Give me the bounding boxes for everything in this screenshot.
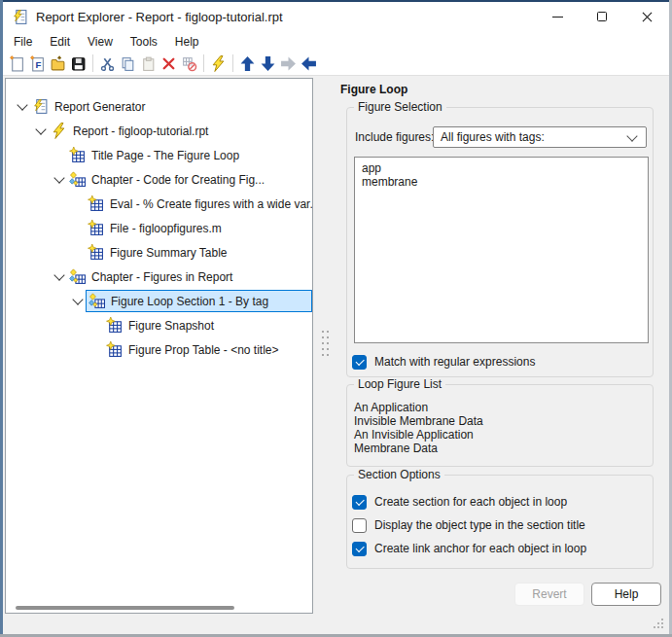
outline-tree-panel: Report GeneratorReport - figloop-tutoria… xyxy=(5,78,313,614)
delete-icon xyxy=(160,55,177,72)
menu-tools[interactable]: Tools xyxy=(122,33,166,51)
tree-chevron-spacer xyxy=(69,220,86,236)
maximize-button[interactable] xyxy=(580,2,624,31)
new-report-icon xyxy=(9,55,25,72)
arrow-left-icon xyxy=(301,55,317,72)
report-explorer-window: Report Explorer - Report - figloop-tutor… xyxy=(0,0,672,637)
bolt-icon xyxy=(51,123,67,139)
toolbar-separator xyxy=(92,54,93,72)
help-button[interactable]: Help xyxy=(591,583,661,606)
paste-button[interactable] xyxy=(138,53,159,74)
table-icon xyxy=(69,147,86,163)
expand-chevron-icon[interactable] xyxy=(69,293,86,309)
table-icon xyxy=(106,317,123,334)
run-report-button[interactable] xyxy=(208,53,229,74)
tree-chevron-spacer xyxy=(88,341,104,358)
figure-selection-legend: Figure Selection xyxy=(354,100,446,114)
window-controls xyxy=(535,2,669,31)
open-report-button[interactable] xyxy=(48,53,68,74)
toolbar-separator xyxy=(232,54,233,72)
close-button[interactable] xyxy=(624,2,669,31)
menu-file[interactable]: File xyxy=(5,33,41,51)
chapter-icon xyxy=(69,171,86,188)
minimize-button[interactable] xyxy=(535,2,580,31)
copy-button[interactable] xyxy=(118,53,138,74)
arrow-down-icon xyxy=(260,55,276,72)
expand-chevron-icon[interactable] xyxy=(14,98,30,115)
loop-figure-item: An Application xyxy=(354,401,483,414)
tree-item-content: Eval - % Create figures with a wide var.… xyxy=(86,193,313,215)
arrow-up-icon xyxy=(239,55,256,72)
resize-grip[interactable] xyxy=(654,619,665,630)
new-report-button[interactable] xyxy=(7,53,27,74)
tags-textarea[interactable]: appmembrane xyxy=(354,157,649,343)
app-icon xyxy=(12,9,28,25)
tree-item-label: Chapter - Code for Creating Fig... xyxy=(91,173,265,187)
tree-item[interactable]: Title Page - The Figure Loop xyxy=(6,143,312,167)
section-options-legend: Section Options xyxy=(354,468,444,481)
tree-item[interactable]: File - figloopfigures.m xyxy=(6,216,312,240)
delete-button[interactable] xyxy=(159,53,179,74)
loop-figure-list-group: Loop Figure List An ApplicationInvisible… xyxy=(346,384,654,467)
tree-item[interactable]: Chapter - Code for Creating Fig... xyxy=(6,167,312,192)
new-form-template-button[interactable] xyxy=(27,53,48,74)
tree-item[interactable]: Figure Snapshot xyxy=(6,313,312,337)
panel-title: Figure Loop xyxy=(340,83,407,96)
expand-chevron-icon[interactable] xyxy=(51,268,67,285)
table-icon xyxy=(88,220,104,236)
arrow-right-icon xyxy=(280,55,297,72)
menu-help[interactable]: Help xyxy=(166,33,208,51)
splitter-dots-icon xyxy=(322,331,330,357)
tree-item-label: Chapter - Figures in Report xyxy=(91,270,232,284)
section-option-checkbox[interactable] xyxy=(352,495,367,510)
move-down-button[interactable] xyxy=(258,53,278,74)
tag-line: app xyxy=(362,161,641,175)
delete-component-icon xyxy=(181,55,197,72)
tree-item[interactable]: Chapter - Figures in Report xyxy=(6,265,312,289)
section-option-checkbox[interactable] xyxy=(352,542,367,556)
expand-chevron-icon[interactable] xyxy=(32,123,49,139)
cut-button[interactable] xyxy=(97,53,118,74)
menu-view[interactable]: View xyxy=(79,33,122,51)
save-report-button[interactable] xyxy=(68,53,88,74)
close-icon xyxy=(642,12,653,22)
tag-line: membrane xyxy=(362,175,641,189)
tree-item[interactable]: Figure Loop Section 1 - By tag xyxy=(6,289,312,313)
section-option-checkbox[interactable] xyxy=(352,518,367,533)
tree: Report GeneratorReport - figloop-tutoria… xyxy=(6,79,312,362)
chevron-down-icon xyxy=(626,130,637,141)
tree-item[interactable]: Figure Summary Table xyxy=(6,240,312,265)
move-up-button[interactable] xyxy=(237,53,258,74)
delete-component-button[interactable] xyxy=(179,53,199,74)
move-right-button[interactable] xyxy=(278,53,299,74)
revert-button[interactable]: Revert xyxy=(514,583,584,606)
tree-item-selected: Figure Loop Section 1 - By tag xyxy=(86,290,312,312)
properties-panel: Figure Loop Figure Selection Include fig… xyxy=(331,78,667,632)
include-figures-select[interactable]: All figures with tags: xyxy=(433,126,647,148)
window-border-top xyxy=(0,0,672,2)
tree-chevron-spacer xyxy=(51,147,67,163)
regex-checkbox[interactable] xyxy=(352,355,367,370)
section-option-row: Display the object type in the section t… xyxy=(352,516,585,534)
tree-item-content: Figure Snapshot xyxy=(104,314,312,336)
maximize-icon xyxy=(597,12,607,21)
loop-figure-item: An Invisible Application xyxy=(354,428,483,442)
menu-edit[interactable]: Edit xyxy=(41,33,79,51)
regex-checkbox-label: Match with regular expressions xyxy=(374,355,535,369)
tree-item[interactable]: Eval - % Create figures with a wide var.… xyxy=(6,192,312,216)
section-options-group: Section Options Create section for each … xyxy=(346,475,654,569)
tree-item-label: Figure Summary Table xyxy=(110,246,228,260)
include-figures-value: All figures with tags: xyxy=(434,130,628,144)
content-area: Report GeneratorReport - figloop-tutoria… xyxy=(3,76,669,634)
tree-item-content: File - figloopfigures.m xyxy=(86,217,312,239)
menu-bar: File Edit View Tools Help xyxy=(3,31,671,52)
tree-item[interactable]: Report - figloop-tutorial.rpt xyxy=(6,119,312,143)
tree-item[interactable]: Report Generator xyxy=(6,94,312,119)
expand-chevron-icon[interactable] xyxy=(51,171,67,188)
tree-item[interactable]: Figure Prop Table - <no title> xyxy=(6,337,312,362)
open-icon xyxy=(50,55,66,72)
chapter-icon xyxy=(88,293,105,309)
tree-horizontal-scrollbar[interactable] xyxy=(16,606,234,610)
move-left-button[interactable] xyxy=(299,53,319,74)
table-icon xyxy=(88,195,104,212)
